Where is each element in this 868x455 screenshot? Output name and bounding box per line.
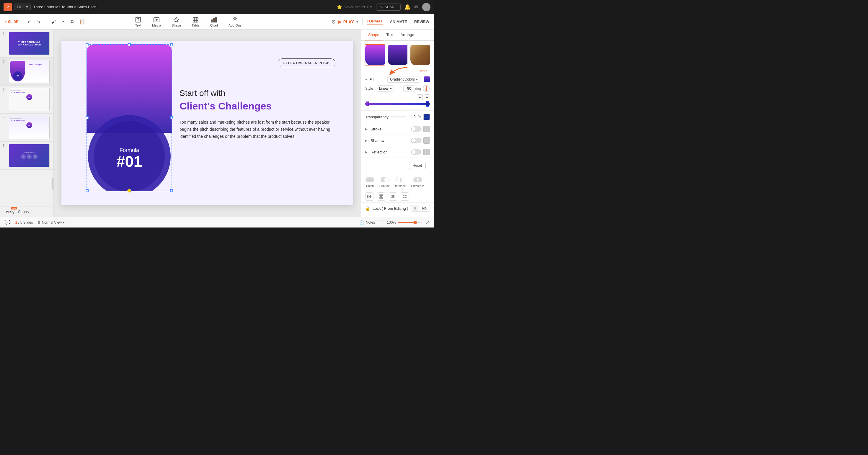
difference-op[interactable]: Difference <box>411 176 425 188</box>
slide-canvas: Formula #01 EFFECTIVE SALES PITCH <box>61 41 353 205</box>
reflection-chevron-icon[interactable]: ▶ <box>365 151 368 154</box>
tab-text[interactable]: Text <box>383 30 397 40</box>
subtract-op[interactable]: Subtract <box>379 176 390 188</box>
zoom-slider[interactable] <box>398 222 422 223</box>
shape-preview-3[interactable] <box>410 44 430 66</box>
shadow-section: ▶ Shadow <box>361 135 434 147</box>
distribute-horizontal-btn[interactable] <box>365 192 373 201</box>
library-btn[interactable]: Library New <box>4 209 14 215</box>
lock-option-pause[interactable]: II <box>411 205 419 211</box>
tab-format[interactable]: FORMAT <box>367 19 383 25</box>
tab-shape[interactable]: Shape <box>365 30 383 40</box>
zoom-thumb[interactable] <box>413 221 417 224</box>
lock-option-no[interactable]: No <box>419 205 430 211</box>
transparency-slider[interactable] <box>391 116 406 118</box>
more-link[interactable]: More... <box>361 69 434 73</box>
shadow-color-swatch[interactable] <box>423 137 430 144</box>
play-icon: ▶ <box>338 20 342 24</box>
svg-point-16 <box>369 177 374 182</box>
cut-button[interactable]: ✂ <box>60 18 67 26</box>
slide-thumbnail-2[interactable]: 2 #01 Client's Challenges <box>0 58 54 86</box>
chat-icon[interactable]: 💬 <box>5 220 11 225</box>
media-tool[interactable]: Media <box>147 15 166 29</box>
tab-animate[interactable]: ANIMATE <box>390 20 407 24</box>
svg-rect-37 <box>391 197 395 198</box>
chevron-down-icon: ▾ <box>390 87 392 91</box>
lock-toggle[interactable]: II No <box>411 205 430 212</box>
doc-star-icon[interactable]: ⭐ <box>337 5 342 9</box>
shape-preview-1[interactable] <box>365 44 385 66</box>
svg-rect-3 <box>193 17 198 22</box>
user-avatar[interactable] <box>422 3 430 11</box>
canvas-area[interactable]: Formula #01 EFFECTIVE SALES PITCH <box>54 30 361 217</box>
intersect-op[interactable]: Intersect <box>395 176 406 188</box>
paste-button[interactable]: 📋 <box>78 18 87 26</box>
play-button[interactable]: ▶ PLAY <box>338 20 354 24</box>
gradient-thumb-right[interactable] <box>426 101 429 107</box>
tab-review[interactable]: REVIEW <box>414 20 429 24</box>
transparency-color-swatch[interactable] <box>423 113 430 120</box>
file-menu[interactable]: FILE ▾ <box>14 4 31 10</box>
transparency-section: Transparency 0 % <box>361 111 434 123</box>
undo-button[interactable]: ↩ <box>26 18 33 26</box>
union-op[interactable]: Union <box>365 176 375 188</box>
copy-button[interactable]: ⧉ <box>69 18 75 26</box>
distribute-vertical-btn[interactable] <box>377 192 385 201</box>
tab-arrange[interactable]: Arrange <box>397 30 417 40</box>
align-right-btn[interactable] <box>389 192 397 201</box>
slide-thumbnail-1[interactable]: 1 THREE FORMULASWIN A SALES PITCH <box>0 30 54 58</box>
shape-tool[interactable]: Shape <box>166 15 186 29</box>
slide-thumbnail-4[interactable]: 4 Describe the solution Your Problem Sol… <box>0 113 54 142</box>
stroke-chevron-icon[interactable]: ▶ <box>365 127 368 131</box>
degree-input[interactable] <box>403 85 415 92</box>
reset-button[interactable]: Reset <box>409 162 426 169</box>
style-dropdown[interactable]: Linear ▾ <box>377 85 394 92</box>
rotation-dial[interactable] <box>423 85 430 92</box>
play-chevron-icon[interactable]: ▾ <box>356 20 358 24</box>
format-painter-button[interactable]: 🖌 <box>50 18 58 26</box>
redo-button[interactable]: ↪ <box>35 18 42 26</box>
slide-preview: Describe the solution Your Problem Solve… <box>9 116 50 139</box>
notification-icon[interactable]: 🔔 <box>404 4 411 10</box>
align-edge-btn[interactable] <box>401 192 409 201</box>
gradient-thumb-left[interactable] <box>366 101 369 107</box>
resize-handle[interactable] <box>52 178 54 190</box>
stroke-toggle[interactable] <box>411 126 422 132</box>
gradient-slider[interactable] <box>365 103 430 105</box>
reflection-toggle[interactable] <box>411 149 422 155</box>
table-tool[interactable]: Table <box>186 15 205 29</box>
svg-rect-10 <box>215 18 216 22</box>
fill-color-swatch[interactable] <box>424 76 430 82</box>
shadow-toggle[interactable] <box>411 138 422 143</box>
toolbar: + SLIDE ↩ ↪ 🖌 ✂ ⧉ 📋 Text Media Shape Tab… <box>0 14 434 30</box>
add-gradient-stop-btn[interactable]: + <box>417 94 423 100</box>
share-button[interactable]: ⤡ SHARE <box>376 4 401 11</box>
remove-gradient-stop-btn[interactable]: − <box>424 94 430 100</box>
reflection-color-swatch[interactable] <box>423 149 430 155</box>
slide-thumbnail-5[interactable]: 5 WIN A SALES PITCH #01 #02 #03 <box>0 142 54 170</box>
shape-element[interactable]: Formula #01 <box>87 44 172 191</box>
shadow-chevron-icon[interactable]: ▶ <box>365 139 368 142</box>
fill-type-dropdown[interactable]: Gradient Colors ▾ <box>388 76 421 83</box>
notes-button[interactable]: 📄 Notes <box>360 220 375 225</box>
fill-collapse-icon[interactable]: ▾ <box>365 77 367 82</box>
fullscreen-icon[interactable]: ⤢ <box>426 220 429 225</box>
addons-tool[interactable]: Add-Ons <box>223 15 247 29</box>
slide-text-area: Start off with Client's Challenges Too m… <box>180 89 339 140</box>
toolbar-left: + SLIDE ↩ ↪ 🖌 ✂ ⧉ 📋 <box>5 18 87 26</box>
slide-thumbnail-3[interactable]: 3 Explain the solution Your Product Solv… <box>0 86 54 113</box>
chevron-down-icon: ▾ <box>416 77 418 82</box>
shape-preview-2[interactable] <box>387 44 408 66</box>
chart-tool[interactable]: Chart <box>205 15 223 29</box>
svg-rect-30 <box>370 195 371 198</box>
fit-icon[interactable]: ⛶ <box>378 220 383 225</box>
mail-icon[interactable]: ✉ <box>414 4 418 10</box>
transparency-pct: % <box>418 115 421 119</box>
view-selector[interactable]: ⊞ Normal View ▾ <box>37 220 65 225</box>
stroke-color-swatch[interactable] <box>423 126 430 132</box>
text-tool[interactable]: Text <box>130 15 147 29</box>
add-slide-button[interactable]: + SLIDE <box>5 20 18 24</box>
gallery-btn[interactable]: Gallery <box>18 210 29 214</box>
top-bar: P FILE ▾ Three Formulas To Win A Sales P… <box>0 0 434 14</box>
settings-icon[interactable]: ⚙ <box>331 19 336 25</box>
